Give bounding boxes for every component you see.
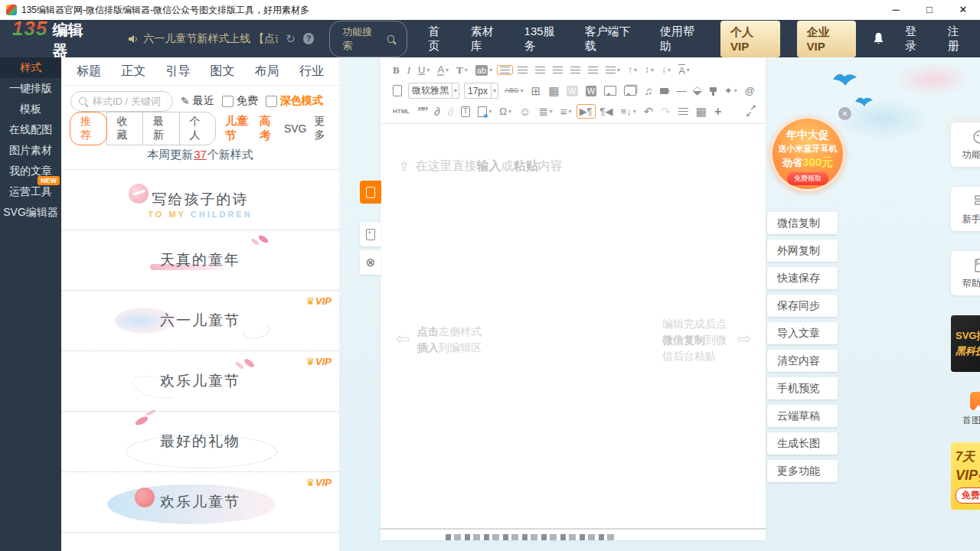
style-tab-4[interactable]: 图文 bbox=[211, 64, 235, 80]
style-tab-2[interactable]: 正文 bbox=[121, 64, 145, 80]
bell-icon[interactable] bbox=[873, 32, 884, 45]
dock-item-help[interactable]: 帮助中心 bbox=[951, 251, 980, 295]
svg-ad-banner[interactable]: SVG排版 黑科技 bbox=[951, 315, 980, 372]
more-link-1[interactable]: SVG bbox=[284, 122, 307, 135]
nav-link-3[interactable]: 135服务 bbox=[524, 24, 564, 54]
sidebar-item[interactable]: 模板 bbox=[0, 99, 61, 119]
function-search[interactable]: 功能搜索 bbox=[329, 21, 407, 57]
new-document-tab[interactable] bbox=[360, 222, 381, 246]
action-button-3[interactable]: 快速保存 bbox=[767, 267, 838, 289]
table-media-icon[interactable]: ▦ bbox=[545, 83, 562, 98]
dock-item-cover-maker[interactable]: 首图制作 bbox=[951, 392, 980, 427]
action-button-7[interactable]: 手机预览 bbox=[767, 377, 838, 399]
register-link[interactable]: 注册 bbox=[948, 24, 970, 54]
nav-link-4[interactable]: 客户端下载 bbox=[585, 24, 639, 54]
ordered-list-icon[interactable]: ≣▾ bbox=[535, 104, 556, 119]
style-search-input[interactable] bbox=[91, 95, 163, 108]
sidebar-item[interactable]: 一键排版 bbox=[0, 78, 61, 99]
font-color-icon[interactable]: A▾ bbox=[434, 63, 452, 77]
sidebar-item[interactable]: 在线配图 bbox=[0, 119, 61, 140]
close-document-tab[interactable]: ⊗ bbox=[360, 250, 381, 275]
image-gallery-icon[interactable] bbox=[621, 84, 639, 97]
vip-ad-claim-button[interactable]: 免费领取 bbox=[956, 487, 980, 504]
logo[interactable]: 135 编辑器 bbox=[12, 17, 96, 61]
fullscreen-icon[interactable]: ↗↙ bbox=[746, 106, 756, 116]
link-icon[interactable]: ∂ bbox=[431, 104, 443, 119]
nav-link-1[interactable]: 首页 bbox=[428, 24, 450, 54]
style-item[interactable]: ♛VIP六一儿童节 bbox=[61, 291, 339, 351]
eraser-icon[interactable]: ◪ bbox=[691, 83, 704, 98]
login-link[interactable]: 登录 bbox=[905, 24, 927, 54]
paragraph-spacing-icon[interactable]: ≡↓▾ bbox=[618, 104, 639, 119]
horizontal-rule-icon[interactable]: — bbox=[673, 83, 689, 98]
hot-link-1[interactable]: 儿童节 bbox=[225, 114, 250, 143]
strikethrough-icon[interactable]: ABC▾ bbox=[501, 83, 527, 98]
rtl-paragraph-icon[interactable]: ¶◀ bbox=[597, 104, 616, 119]
background-color-icon[interactable]: ab▾ bbox=[472, 64, 495, 77]
paste-word-icon[interactable]: W bbox=[564, 84, 580, 98]
letter-spacing-icon[interactable]: A▾ bbox=[675, 63, 693, 78]
word-import-icon[interactable]: W bbox=[583, 84, 599, 98]
action-button-1[interactable]: 微信复制 bbox=[767, 212, 838, 234]
align-left-icon[interactable] bbox=[497, 65, 513, 75]
style-search-box[interactable] bbox=[70, 91, 173, 112]
special-char-icon[interactable]: Ω▾ bbox=[496, 104, 514, 119]
magic-wand-icon[interactable]: ✦▾ bbox=[721, 83, 740, 98]
dark-mode-filter[interactable]: 深色模式 bbox=[266, 94, 323, 108]
bold-icon[interactable]: B bbox=[390, 63, 403, 77]
emoji-icon[interactable]: ☺ bbox=[516, 104, 534, 119]
action-button-5[interactable]: 导入文章 bbox=[767, 322, 838, 344]
nav-link-5[interactable]: 使用帮助 bbox=[660, 24, 704, 54]
dock-item-settings[interactable]: 功能设置 bbox=[951, 122, 980, 167]
nav-link-2[interactable]: 素材库 bbox=[471, 24, 504, 54]
style-tab-6[interactable]: 行业 bbox=[299, 64, 324, 80]
blockquote-icon[interactable]: ”” bbox=[414, 104, 430, 119]
style-item[interactable]: 最好的礼物 bbox=[61, 412, 339, 472]
text-block-icon[interactable]: T bbox=[458, 105, 473, 119]
action-button-9[interactable]: 生成长图 bbox=[767, 432, 838, 455]
align-right-icon[interactable] bbox=[532, 65, 548, 75]
drag-move-icon[interactable]: + bbox=[711, 105, 724, 119]
ltr-paragraph-icon[interactable]: ▶¶ bbox=[577, 104, 596, 119]
search-at-icon[interactable]: @ bbox=[742, 83, 758, 98]
align-media-icon[interactable] bbox=[550, 65, 566, 75]
style-tab-3[interactable]: 引导 bbox=[165, 64, 190, 80]
enterprise-vip-button[interactable]: 企业VIP bbox=[797, 21, 856, 57]
style-item[interactable]: 写给孩子的诗TO MY CHILDREN bbox=[61, 170, 339, 230]
action-button-8[interactable]: 云端草稿 bbox=[767, 405, 838, 427]
sidebar-item[interactable]: SVG编辑器 bbox=[0, 202, 61, 223]
video-icon[interactable] bbox=[657, 86, 671, 96]
style-tab-1[interactable]: 标题 bbox=[77, 64, 101, 80]
redo-icon[interactable]: ↷ bbox=[658, 104, 674, 119]
align-center-icon[interactable] bbox=[514, 65, 531, 75]
image-icon[interactable] bbox=[601, 84, 619, 97]
more-link-2[interactable]: 更多 bbox=[315, 115, 331, 142]
close-button[interactable]: ✕ bbox=[946, 0, 980, 20]
italic-icon[interactable]: I bbox=[404, 63, 413, 77]
align-text-icon[interactable] bbox=[675, 106, 691, 116]
help-icon[interactable]: ? bbox=[303, 33, 315, 44]
editor-placeholder[interactable]: ⇧ 在这里直接输入或粘贴内容 bbox=[399, 158, 562, 174]
action-button-2[interactable]: 外网复制 bbox=[767, 240, 838, 262]
refresh-icon[interactable]: ↻ bbox=[286, 32, 296, 46]
promo-circle[interactable]: 年中大促 送小米蓝牙耳机 劲省300元 免费领取 bbox=[770, 116, 845, 191]
weekly-update-banner[interactable]: 本周更新37个新样式 bbox=[61, 140, 339, 170]
sidebar-item[interactable]: 样式 bbox=[0, 57, 61, 78]
margin-top-icon[interactable]: ↑▾ bbox=[625, 63, 640, 77]
dark-mode-checkbox[interactable] bbox=[266, 96, 277, 107]
paragraph-margin-icon[interactable]: ↓▾ bbox=[658, 63, 674, 77]
style-tab-5[interactable]: 布局 bbox=[255, 64, 279, 80]
music-icon[interactable]: ♫ bbox=[641, 83, 655, 98]
vip-ad-banner[interactable]: 7天 VIP会员 免费领取 bbox=[951, 442, 980, 510]
float-box-icon[interactable]: ▾ bbox=[475, 105, 495, 119]
free-checkbox[interactable] bbox=[222, 96, 234, 107]
underline-icon[interactable]: U▾ bbox=[415, 63, 433, 77]
promo-close-icon[interactable]: ✕ bbox=[838, 107, 851, 120]
new-doc-icon[interactable] bbox=[390, 83, 405, 98]
unordered-list-icon[interactable]: ≡▾ bbox=[557, 104, 575, 119]
action-button-10[interactable]: 更多功能 bbox=[767, 460, 838, 482]
style-item[interactable]: 天真的童年 bbox=[61, 230, 339, 291]
maximize-button[interactable]: □ bbox=[913, 0, 946, 20]
undo-icon[interactable]: ↶ bbox=[641, 104, 657, 119]
qrcode-icon[interactable]: ▦ bbox=[693, 104, 710, 119]
